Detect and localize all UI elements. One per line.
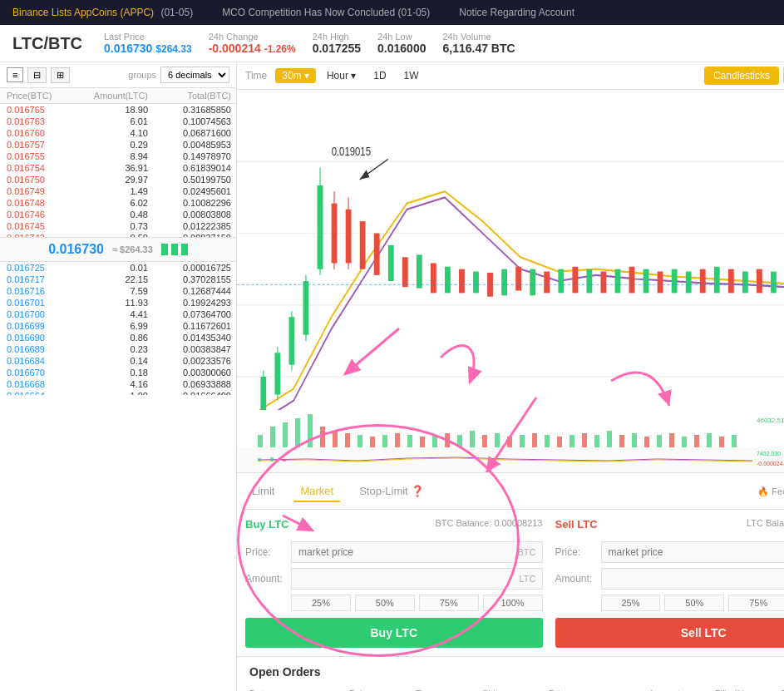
sell-price-input[interactable] (601, 541, 785, 563)
sell-pct-buttons: 25% 50% 75% 100% (601, 595, 785, 611)
time-btn-30m[interactable]: 30m ▾ (275, 68, 316, 83)
time-btn-hour[interactable]: Hour ▾ (320, 68, 362, 83)
buy-panel-title: Buy LTC (245, 518, 288, 531)
svg-rect-42 (658, 272, 663, 294)
ob-view-btn-2[interactable]: ⊟ (27, 67, 47, 83)
buy-order-row: 0.0167004.410.07364700 (0, 308, 236, 320)
stat-24h-low: 24h Low 0.016000 (377, 32, 426, 55)
stat-24h-high: 24h High 0.017255 (313, 32, 361, 55)
buy-orders: 0.0167250.010.000167250.01671722.150.370… (0, 262, 236, 395)
svg-rect-89 (495, 433, 500, 447)
svg-rect-75 (320, 427, 325, 447)
tab-limit[interactable]: Limit (245, 481, 281, 502)
svg-rect-28 (459, 269, 465, 294)
svg-rect-22 (374, 234, 380, 275)
open-orders-title: Open Orders (249, 665, 784, 679)
ob-view-btn-1[interactable]: ≡ (7, 67, 23, 82)
svg-rect-49 (757, 269, 762, 294)
sell-orders: 0.01676518.900.316858500.0167636.010.100… (0, 104, 236, 237)
buy-submit-btn[interactable]: Buy LTC (245, 618, 543, 648)
candlesticks-btn[interactable]: Candlesticks (704, 67, 779, 85)
buy-order-row: 0.0167167.590.12687444 (0, 285, 236, 297)
svg-rect-27 (445, 267, 451, 294)
buy-order-row: 0.01670111.930.19924293 (0, 297, 236, 308)
buy-50pct[interactable]: 50% (355, 595, 415, 611)
tab-market[interactable]: Market (293, 481, 340, 502)
buy-amount-label: Amount: (245, 573, 291, 585)
time-btn-1d[interactable]: 1D (367, 68, 392, 83)
order-panels: Buy LTC BTC Balance: 0.00008213 Price: B… (245, 518, 784, 648)
svg-rect-32 (515, 267, 521, 291)
buy-order-row: 0.0166840.140.00233576 (0, 355, 236, 367)
sell-submit-btn[interactable]: Sell LTC (555, 618, 785, 648)
buy-price-row: Price: BTC (245, 541, 543, 563)
change-label: 24h Change (209, 32, 296, 42)
sell-order-row: 0.0167486.020.10082296 (0, 197, 236, 209)
svg-rect-43 (672, 269, 678, 294)
svg-rect-96 (582, 433, 587, 447)
sell-balance: LTC Balance: 0.00121500 (747, 518, 784, 535)
buy-order-row: 0.0166641.000.01666400 (0, 390, 236, 395)
svg-rect-40 (629, 267, 635, 294)
svg-rect-46 (714, 267, 720, 294)
low-label: 24h Low (377, 32, 426, 42)
buy-75pct[interactable]: 75% (419, 595, 479, 611)
open-orders-header: DatePairTypeSidePriceAmountFilled%Total (249, 685, 784, 691)
high-value: 0.017255 (313, 42, 361, 55)
sell-panel: Sell LTC LTC Balance: 0.00121500 Price: … (555, 518, 785, 648)
svg-rect-71 (270, 427, 275, 447)
svg-text:0.019015: 0.019015 (332, 145, 371, 159)
svg-rect-102 (657, 435, 662, 447)
sell-order-row: 0.0167460.480.00803808 (0, 209, 236, 220)
svg-rect-47 (728, 269, 734, 294)
buy-price-input[interactable] (291, 541, 543, 563)
buy-amount-input[interactable] (291, 568, 543, 590)
buy-balance: BTC Balance: 0.00008213 (435, 518, 542, 535)
sell-order-row: 0.0167450.730.01222385 (0, 220, 236, 232)
svg-rect-39 (615, 269, 621, 294)
svg-rect-97 (594, 435, 599, 447)
sell-order-row: 0.0167636.010.10074563 (0, 116, 236, 127)
decimals-select[interactable]: 6 decimals (160, 67, 229, 83)
svg-rect-34 (544, 272, 550, 294)
pair-name: LTC/BTC (12, 34, 83, 53)
svg-rect-113 (283, 459, 286, 461)
svg-rect-99 (619, 435, 624, 447)
sell-amount-label: Amount: (555, 573, 601, 585)
svg-rect-70 (258, 435, 263, 447)
ticker-item-2: MCO Competition Has Now Concluded (01-05… (222, 7, 434, 18)
sell-50pct[interactable]: 50% (664, 595, 724, 611)
sell-order-row: 0.0167570.290.00485953 (0, 139, 236, 151)
buy-price-currency: BTC (518, 547, 536, 557)
volume-label: 24h Volume (442, 32, 515, 42)
sell-25pct[interactable]: 25% (601, 595, 661, 611)
svg-rect-31 (501, 269, 507, 296)
chart-toolbar: Time 30m ▾ Hour ▾ 1D 1W Candlesticks Dep… (237, 62, 784, 90)
svg-rect-85 (445, 433, 450, 447)
buy-order-row: 0.0166900.860.01435340 (0, 332, 236, 343)
svg-rect-79 (370, 437, 375, 447)
svg-rect-45 (700, 269, 706, 294)
svg-rect-73 (295, 418, 300, 447)
svg-text:46032.51: 46032.51 (757, 417, 784, 424)
svg-rect-82 (407, 435, 412, 447)
tab-stop-limit[interactable]: Stop-Limit ❓ (353, 481, 431, 502)
svg-rect-87 (470, 431, 475, 447)
svg-rect-48 (742, 272, 748, 294)
buy-pct-buttons: 25% 50% 75% 100% (291, 595, 543, 611)
svg-rect-24 (402, 257, 408, 287)
ticker-item-3: Notice Regarding Account (459, 7, 574, 18)
buy-25pct[interactable]: 25% (291, 595, 351, 611)
svg-rect-35 (558, 269, 564, 294)
header: LTC/BTC Last Price 0.016730 $264.33 24h … (0, 25, 784, 62)
last-price-value: 0.016730 $264.33 (104, 42, 192, 55)
time-btn-1w[interactable]: 1W (397, 68, 426, 83)
sell-75pct[interactable]: 75% (728, 595, 784, 611)
svg-rect-107 (719, 437, 724, 447)
ob-view-btn-3[interactable]: ⊞ (51, 67, 70, 83)
svg-rect-105 (694, 435, 699, 447)
svg-rect-95 (570, 435, 574, 447)
order-book: ≡ ⊟ ⊞ groups 6 decimals Price(BTC) Amoun… (0, 62, 237, 691)
sell-amount-input[interactable] (601, 568, 785, 590)
buy-100pct[interactable]: 100% (483, 595, 543, 611)
